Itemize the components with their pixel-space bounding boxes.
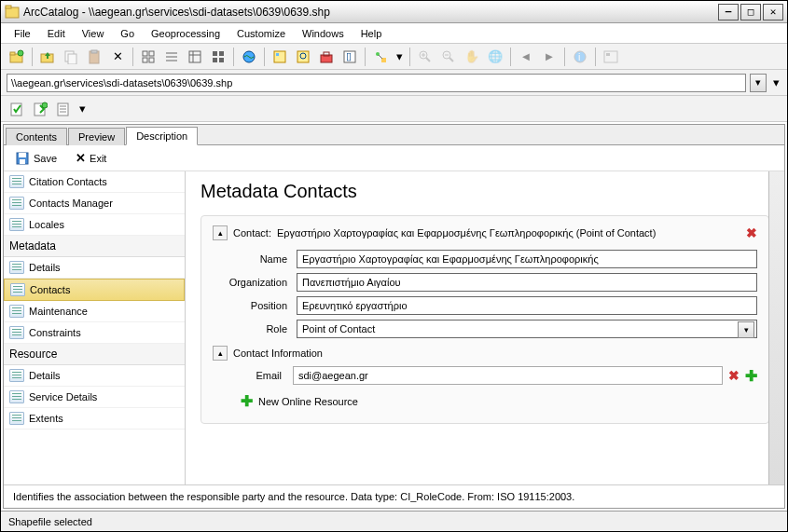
sidebar-item-resource-service-details[interactable]: Service Details [4, 387, 185, 408]
tab-description[interactable]: Description [126, 127, 198, 145]
address-go-icon[interactable]: ▾ [770, 73, 781, 93]
model-builder-icon[interactable] [370, 47, 391, 67]
sidebar-item-metadata-details[interactable]: Details [4, 257, 185, 279]
close-button[interactable]: ✕ [763, 4, 783, 20]
svg-text:i: i [578, 51, 580, 62]
add-email-icon[interactable]: ✚ [745, 367, 757, 385]
svg-rect-26 [276, 53, 279, 56]
tab-preview[interactable]: Preview [68, 128, 125, 145]
dropdown-icon[interactable]: ▾ [394, 47, 405, 67]
svg-point-49 [42, 102, 48, 108]
paste-icon[interactable] [84, 47, 104, 67]
new-online-resource-button[interactable]: ✚ New Online Resource [241, 392, 757, 410]
menubar: File Edit View Go Geoprocessing Customiz… [1, 23, 787, 44]
exit-label: Exit [90, 153, 106, 164]
menu-edit[interactable]: Edit [40, 26, 73, 41]
window-title: ArcCatalog - \\aegean.gr\services\sdi-da… [23, 6, 718, 19]
org-input[interactable] [297, 273, 757, 292]
svg-rect-46 [606, 53, 610, 56]
details-icon[interactable] [185, 47, 205, 67]
connect-folder-icon[interactable] [7, 47, 27, 67]
zoom-out-icon[interactable] [438, 47, 459, 67]
sidebar-item-metadata-maintenance[interactable]: Maintenance [4, 301, 185, 322]
up-level-icon[interactable] [37, 47, 58, 67]
address-input[interactable] [7, 74, 746, 92]
collapse-contact-button[interactable]: ▴ [213, 225, 228, 240]
identify-icon[interactable]: i [570, 47, 590, 67]
delete-contact-icon[interactable]: ✖ [746, 225, 757, 240]
tab-contents[interactable]: Contents [6, 128, 67, 145]
sidebar-item-metadata-constraints[interactable]: Constraints [4, 322, 185, 344]
menu-help[interactable]: Help [353, 26, 390, 41]
sidebar-item-citation-contacts[interactable]: Citation Contacts [4, 171, 185, 193]
svg-rect-45 [604, 51, 617, 62]
svg-rect-17 [189, 51, 200, 62]
menu-file[interactable]: File [7, 26, 38, 41]
minimize-button[interactable]: — [718, 4, 739, 20]
save-button[interactable]: Save [11, 149, 61, 168]
sidebar-header-resource: Resource [4, 344, 185, 365]
search-window-icon[interactable] [293, 47, 313, 67]
python-window-icon[interactable]: ▯ [339, 47, 360, 67]
svg-rect-10 [143, 51, 147, 56]
delete-email-icon[interactable]: ✖ [728, 368, 740, 383]
save-label: Save [34, 153, 57, 164]
page-icon [9, 326, 24, 339]
thumbnail-icon[interactable] [601, 47, 621, 67]
svg-line-35 [379, 55, 382, 59]
zoom-in-icon[interactable] [415, 47, 435, 67]
action-bar: Save ✕ Exit [4, 145, 784, 171]
validate-icon[interactable] [7, 99, 27, 119]
full-extent-icon[interactable]: 🌐 [485, 47, 505, 67]
svg-rect-11 [149, 51, 154, 56]
email-input[interactable] [293, 366, 723, 385]
secondary-toolbar: ▾ [1, 96, 787, 122]
catalog-tree-icon[interactable] [270, 47, 290, 67]
exit-button[interactable]: ✕ Exit [72, 149, 110, 167]
address-dropdown-icon[interactable]: ▾ [750, 74, 767, 92]
new-online-label: New Online Resource [258, 396, 358, 407]
toolbar2-dropdown-icon[interactable]: ▾ [76, 99, 88, 119]
large-icons-icon[interactable] [138, 47, 159, 67]
metadata-props-icon[interactable] [53, 99, 74, 119]
sidebar-item-resource-details[interactable]: Details [4, 365, 185, 387]
svg-line-41 [449, 58, 453, 61]
content-area: Contents Preview Description Save ✕ Exit… [3, 124, 785, 509]
sidebar-item-locales[interactable]: Locales [4, 214, 185, 236]
page-icon [9, 412, 24, 425]
contact-value: Εργαστήριο Χαρτογραφίας και Εφαρμοσμένης… [277, 227, 740, 239]
delete-icon[interactable]: ✕ [107, 47, 128, 67]
sidebar-item-metadata-contacts[interactable]: Contacts [4, 279, 185, 301]
forward-icon[interactable]: ► [539, 47, 560, 67]
svg-rect-25 [274, 51, 285, 62]
page-icon [9, 369, 24, 382]
svg-point-4 [18, 50, 23, 56]
svg-rect-3 [10, 52, 15, 55]
email-label: Email [241, 370, 287, 381]
launch-arcmap-icon[interactable] [239, 47, 259, 67]
svg-rect-1 [6, 6, 11, 8]
menu-windows[interactable]: Windows [295, 26, 352, 41]
menu-customize[interactable]: Customize [229, 26, 293, 41]
collapse-contact-info-button[interactable]: ▴ [213, 346, 228, 361]
svg-rect-55 [19, 153, 26, 157]
contact-header: ▴ Contact: Εργαστήριο Χαρτογραφίας και Ε… [213, 225, 757, 240]
sidebar-item-contacts-manager[interactable]: Contacts Manager [4, 193, 185, 214]
pos-input[interactable] [297, 296, 757, 315]
menu-view[interactable]: View [75, 26, 112, 41]
svg-rect-12 [143, 58, 147, 62]
role-label: Role [213, 323, 297, 334]
toolbox-icon[interactable] [316, 47, 337, 67]
sidebar-item-resource-extents[interactable]: Extents [4, 408, 185, 430]
menu-go[interactable]: Go [113, 26, 142, 41]
role-select[interactable]: Point of Contact [297, 320, 757, 338]
copy-icon[interactable] [61, 47, 81, 67]
name-input[interactable] [297, 250, 757, 268]
export-icon[interactable] [30, 99, 50, 119]
pan-icon[interactable]: ✋ [462, 47, 482, 67]
back-icon[interactable]: ◄ [516, 47, 536, 67]
maximize-button[interactable]: □ [740, 4, 761, 20]
menu-geoprocessing[interactable]: Geoprocessing [144, 26, 228, 41]
list-icon[interactable] [161, 47, 182, 67]
thumbnails-icon[interactable] [208, 47, 228, 67]
